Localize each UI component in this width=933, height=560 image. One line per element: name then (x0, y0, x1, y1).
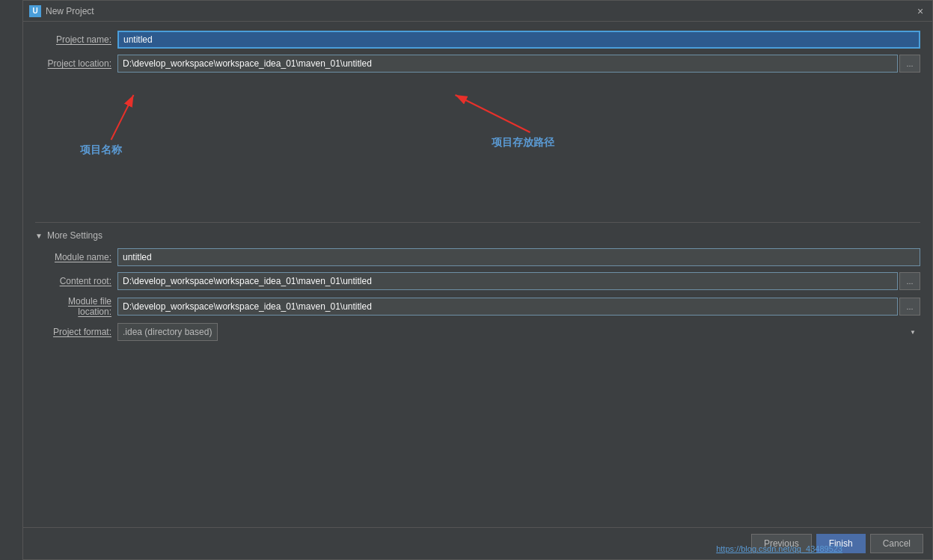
more-settings-toggle[interactable]: ▼ More Settings (35, 230, 920, 241)
annotation-area: 项目名称 项目存放路径 (35, 80, 920, 215)
close-button[interactable]: × (914, 5, 926, 17)
more-settings-triangle-icon: ▼ (35, 232, 43, 240)
svg-line-3 (456, 95, 530, 132)
project-location-input[interactable] (117, 55, 898, 73)
module-name-label: Module name: (35, 252, 117, 262)
more-settings-label: More Settings (47, 230, 103, 241)
dialog-footer: Previous Finish Cancel (23, 527, 932, 559)
project-format-select[interactable]: .idea (directory based) .ipr (file based… (117, 323, 218, 341)
title-bar-left: U New Project (29, 5, 94, 17)
content-root-browse-button[interactable]: ... (899, 272, 920, 290)
module-file-location-browse-button[interactable]: ... (899, 298, 920, 316)
watermark-url: https://blog.csdn.net/qq_43489523 (716, 544, 842, 553)
project-location-browse-button[interactable]: ... (899, 55, 920, 73)
project-name-label: Project name: (35, 34, 117, 45)
module-file-location-row: Module file location: ... (35, 296, 920, 317)
module-name-row: Module name: (35, 248, 920, 266)
content-root-label: Content root: (35, 276, 117, 286)
new-project-dialog: U New Project × Project name: Project lo… (22, 0, 933, 560)
project-format-row: Project format: .idea (directory based) … (35, 323, 920, 341)
project-name-row: Project name: (35, 31, 920, 49)
content-root-row: Content root: ... (35, 272, 920, 290)
project-location-label: Project location: (35, 58, 117, 69)
annotation-project-location: 项目存放路径 (492, 136, 554, 150)
svg-line-2 (111, 95, 134, 140)
project-format-label: Project format: (35, 327, 117, 337)
more-settings-body: Module name: Content root: ... Module fi… (35, 248, 920, 341)
dialog-title: New Project (46, 6, 94, 16)
arrows-svg (35, 80, 920, 215)
project-location-row: Project location: ... (35, 55, 920, 73)
project-format-select-wrapper: .idea (directory based) .ipr (file based… (117, 323, 920, 341)
section-divider (35, 222, 920, 223)
module-file-location-label: Module file location: (35, 296, 117, 317)
cancel-button[interactable]: Cancel (870, 534, 923, 553)
dialog-icon: U (29, 5, 41, 17)
title-bar: U New Project × (23, 1, 932, 22)
project-name-input[interactable] (117, 31, 920, 49)
module-file-location-input[interactable] (117, 298, 898, 316)
module-name-input[interactable] (117, 248, 920, 266)
annotation-project-name: 项目名称 (80, 144, 122, 157)
content-root-input[interactable] (117, 272, 898, 290)
dialog-body: Project name: Project location: ... (23, 22, 932, 527)
